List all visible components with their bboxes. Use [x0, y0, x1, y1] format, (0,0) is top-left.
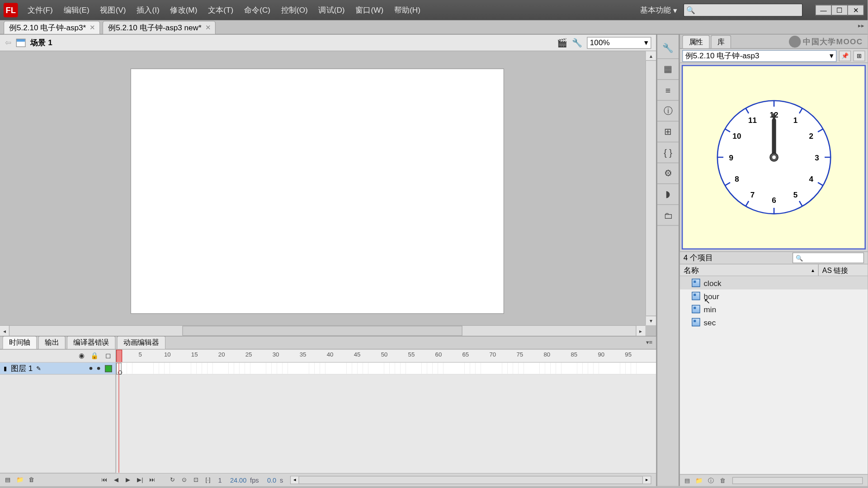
zoom-value: 100%	[590, 38, 610, 47]
menu-text[interactable]: 文本(T)	[208, 5, 233, 16]
close-icon[interactable]: ✕	[90, 24, 95, 32]
scroll-left-icon[interactable]: ◂	[291, 476, 299, 483]
edit-symbol-icon[interactable]: 🔧	[572, 38, 582, 47]
new-symbol-icon[interactable]: ▤	[682, 476, 692, 484]
play-icon[interactable]: ▶	[123, 475, 134, 484]
pin-library-icon[interactable]: 📌	[839, 50, 851, 61]
goto-last-icon[interactable]: ⏭	[146, 475, 157, 484]
tab-timeline[interactable]: 时间轴	[2, 336, 37, 349]
outline-icon[interactable]: ◻	[104, 352, 112, 360]
playhead[interactable]	[116, 350, 122, 362]
stage-canvas[interactable]	[131, 69, 504, 313]
new-folder-icon[interactable]: 📁	[694, 476, 703, 484]
vertical-scrollbar[interactable]: ▴ ▾	[645, 51, 656, 325]
frames-ruler[interactable]: 15101520253035404550556065707580859095	[116, 350, 656, 362]
loop-icon[interactable]: ↻	[167, 475, 178, 484]
code-snippets-icon[interactable]: { }	[661, 146, 675, 159]
menu-window[interactable]: 窗口(W)	[355, 5, 383, 16]
watermark: 中国大学MOOC	[788, 36, 863, 47]
current-frame[interactable]: 1	[214, 476, 225, 483]
menu-help[interactable]: 帮助(H)	[394, 5, 420, 16]
workspace-selector[interactable]: 基本功能 ▾	[640, 5, 678, 16]
library-document-selector[interactable]: 例5.2.10 电子钟-asp3 ▾	[682, 50, 836, 61]
playhead-line	[118, 363, 119, 473]
lock-icon[interactable]: 🔒	[90, 352, 99, 360]
tab-compiler-errors[interactable]: 编译器错误	[67, 336, 116, 349]
library-item-hour[interactable]: hour	[680, 290, 868, 303]
doc-tab-1[interactable]: 例5.2.10 电子钟-asp3* ✕	[4, 21, 100, 34]
maximize-button[interactable]: ☐	[831, 5, 848, 16]
scroll-down-icon[interactable]: ▾	[646, 316, 656, 325]
step-forward-icon[interactable]: ▶|	[135, 475, 146, 484]
info-icon[interactable]: ⓘ	[661, 104, 675, 117]
close-icon[interactable]: ✕	[205, 24, 211, 32]
scroll-left-icon[interactable]: ◂	[0, 326, 9, 336]
svg-text:3: 3	[815, 153, 819, 162]
menu-debug[interactable]: 调试(D)	[318, 5, 344, 16]
align-icon[interactable]: ≡	[661, 84, 675, 97]
menu-command[interactable]: 命令(C)	[244, 5, 270, 16]
menu-modify[interactable]: 修改(M)	[170, 5, 197, 16]
scroll-up-icon[interactable]: ▴	[646, 51, 656, 61]
scroll-right-icon[interactable]: ▸	[642, 476, 651, 483]
svg-text:4: 4	[809, 174, 813, 183]
properties-icon[interactable]: ⓘ	[706, 476, 716, 484]
new-library-icon[interactable]: ⊞	[853, 50, 865, 61]
tab-motion-editor[interactable]: 动画编辑器	[117, 336, 165, 349]
transform-icon[interactable]: ⊞	[661, 125, 675, 138]
edit-bar: ⇦ 场景 1 🎬 🔧 100% ▾	[0, 34, 656, 51]
zoom-selector[interactable]: 100% ▾	[587, 37, 651, 48]
lock-dot[interactable]	[97, 367, 100, 370]
onion-skin-icon[interactable]: ⊙	[179, 475, 189, 484]
motion-presets-icon[interactable]: ◗	[661, 188, 675, 201]
library-item-clock[interactable]: clock	[680, 277, 868, 290]
library-scrollbar[interactable]	[732, 477, 863, 484]
edit-multiple-icon[interactable]: [·]	[203, 475, 213, 484]
library-item-min[interactable]: min	[680, 303, 868, 316]
properties-icon[interactable]: 🔧	[661, 42, 675, 55]
new-folder-icon[interactable]: 📁	[14, 475, 25, 484]
scroll-right-icon[interactable]: ▸	[636, 326, 645, 336]
menu-insert[interactable]: 插入(I)	[137, 5, 159, 16]
menu-control[interactable]: 控制(O)	[281, 5, 308, 16]
menu-view[interactable]: 视图(V)	[100, 5, 126, 16]
column-name[interactable]: 名称 ▴	[680, 264, 819, 276]
components-icon[interactable]: ⚙	[661, 167, 675, 180]
tab-output[interactable]: 输出	[38, 336, 66, 349]
project-icon[interactable]: 🗀	[661, 208, 675, 221]
timeline-scrollbar[interactable]: ◂ ▸	[290, 475, 651, 483]
visibility-dot[interactable]	[90, 367, 93, 370]
new-layer-icon[interactable]: ▤	[2, 475, 13, 484]
layer-row[interactable]: ▮ 图层 1 ✎	[0, 363, 116, 375]
scrollbar-thumb[interactable]	[182, 326, 462, 336]
step-back-icon[interactable]: ◀	[111, 475, 122, 484]
menu-edit[interactable]: 编辑(E)	[64, 5, 90, 16]
delete-layer-icon[interactable]: 🗑	[26, 475, 37, 484]
panel-menu-icon[interactable]: ▾≡	[646, 339, 652, 345]
delete-icon[interactable]: 🗑	[718, 476, 727, 484]
panel-expand-icon[interactable]: ▸▸	[858, 22, 864, 28]
doc-tab-2[interactable]: 例5.2.10 电子钟-asp3 new* ✕	[103, 21, 216, 34]
close-button[interactable]: ✕	[847, 5, 864, 16]
tab-properties[interactable]: 属性	[682, 35, 710, 48]
search-box[interactable]: 🔍	[684, 4, 803, 17]
tab-library[interactable]: 库	[711, 35, 731, 48]
horizontal-scrollbar[interactable]: ◂ ▸	[0, 325, 645, 336]
back-arrow-icon[interactable]: ⇦	[5, 38, 11, 47]
outline-color-box[interactable]	[105, 365, 112, 372]
menu-file[interactable]: 文件(F)	[28, 5, 53, 16]
frames-grid[interactable]	[116, 363, 656, 473]
minimize-button[interactable]: —	[815, 5, 832, 16]
chevron-down-icon: ▾	[644, 38, 648, 47]
edit-scene-icon[interactable]: 🎬	[557, 38, 567, 47]
fps-unit: fps	[246, 476, 262, 483]
visibility-icon[interactable]: ◉	[77, 352, 85, 360]
goto-first-icon[interactable]: ⏮	[99, 475, 110, 484]
onion-outline-icon[interactable]: ⊡	[191, 475, 202, 484]
layer-type-icon: ▮	[4, 365, 7, 371]
library-item-sec[interactable]: sec	[680, 316, 868, 329]
svg-text:2: 2	[809, 131, 813, 141]
library-search[interactable]: 🔍	[793, 253, 864, 263]
library-icon[interactable]: ▦	[661, 62, 675, 75]
column-as-link[interactable]: AS 链接	[819, 264, 868, 276]
